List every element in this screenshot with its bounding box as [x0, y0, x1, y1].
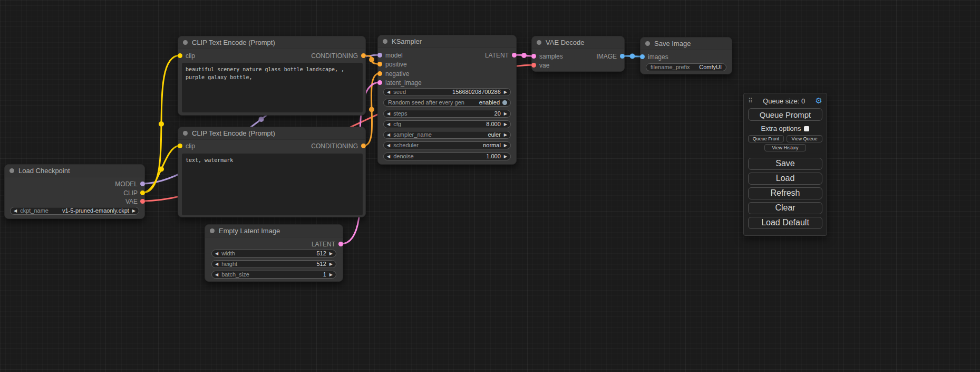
node-ksampler[interactable]: KSampler model positive negative latent_…: [377, 35, 517, 165]
increment-arrow-icon[interactable]: ▶: [504, 121, 507, 128]
port-latent-output[interactable]: [338, 242, 343, 246]
increment-arrow-icon[interactable]: ▶: [504, 142, 507, 149]
queue-front-button[interactable]: Queue Front: [748, 135, 784, 142]
port-vae-input[interactable]: [531, 63, 536, 68]
widget-value: normal: [483, 142, 501, 149]
queue-prompt-button[interactable]: Queue Prompt: [748, 108, 822, 121]
increment-arrow-icon[interactable]: ▶: [329, 250, 333, 257]
port-latent-image-input[interactable]: [377, 80, 382, 85]
port-vae-output[interactable]: [140, 199, 145, 204]
ckpt-name-widget[interactable]: ◀ ckpt_name v1-5-pruned-emaonly.ckpt ▶: [10, 207, 139, 215]
input-label-latent-image: latent_image: [385, 80, 422, 86]
port-clip-output[interactable]: [140, 190, 145, 195]
decrement-arrow-icon[interactable]: ◀: [215, 250, 218, 257]
wire-latent-samples: [515, 55, 533, 56]
decrement-arrow-icon[interactable]: ◀: [387, 110, 390, 117]
increment-arrow-icon[interactable]: ▶: [329, 261, 333, 268]
node-title-bar[interactable]: Empty Latent Image: [205, 225, 343, 237]
port-conditioning-output[interactable]: [361, 144, 366, 148]
increment-arrow-icon[interactable]: ▶: [504, 89, 507, 96]
node-title-bar[interactable]: Load Checkpoint: [5, 165, 144, 177]
node-empty-latent-image[interactable]: Empty Latent Image LATENT ◀ width 512 ▶ …: [205, 224, 343, 282]
batch-size-widget[interactable]: ◀ batch_size 1 ▶: [211, 271, 336, 279]
clear-button[interactable]: Clear: [748, 202, 822, 214]
port-model-input[interactable]: [377, 53, 382, 58]
node-clip-text-encode-negative[interactable]: CLIP Text Encode (Prompt) clip CONDITION…: [178, 127, 366, 217]
extra-options-row: Extra options: [748, 124, 822, 133]
sampler-name-widget[interactable]: ◀ sampler_name euler ▶: [383, 131, 511, 139]
height-widget[interactable]: ◀ height 512 ▶: [211, 260, 336, 268]
node-title-bar[interactable]: CLIP Text Encode (Prompt): [178, 127, 365, 140]
seed-widget[interactable]: ◀ seed 156680208700286 ▶: [383, 88, 511, 96]
drag-handle-icon[interactable]: ⠿: [748, 97, 753, 104]
decrement-arrow-icon[interactable]: ◀: [215, 271, 218, 278]
port-model-output[interactable]: [140, 182, 145, 186]
increment-arrow-icon[interactable]: ▶: [504, 131, 507, 138]
save-button[interactable]: Save: [748, 158, 822, 170]
increment-arrow-icon[interactable]: ▶: [132, 207, 135, 214]
extra-options-checkbox[interactable]: [804, 126, 809, 131]
toggle-indicator-icon[interactable]: [502, 100, 507, 105]
negative-prompt-textarea[interactable]: text, watermark: [182, 154, 363, 215]
port-clip-input[interactable]: [178, 53, 182, 58]
load-button[interactable]: Load: [748, 173, 822, 185]
increment-arrow-icon[interactable]: ▶: [329, 271, 333, 278]
port-negative-input[interactable]: [377, 71, 382, 76]
decrement-arrow-icon[interactable]: ◀: [215, 261, 218, 268]
random-seed-toggle-widget[interactable]: Random seed after every gen enabled: [383, 99, 511, 107]
widget-label: filename_prefix: [651, 64, 690, 71]
port-images-input[interactable]: [640, 54, 645, 59]
output-label-latent: LATENT: [312, 241, 335, 247]
load-default-button[interactable]: Load Default: [748, 217, 822, 229]
output-label-vae: VAE: [125, 198, 138, 205]
widget-label: seed: [393, 89, 406, 96]
input-label-negative: negative: [385, 71, 409, 77]
width-widget[interactable]: ◀ width 512 ▶: [211, 250, 336, 257]
node-title-bar[interactable]: VAE Decode: [532, 36, 624, 49]
node-status-dot-icon: [183, 131, 188, 136]
port-clip-input[interactable]: [178, 144, 182, 148]
extra-options-label: Extra options: [761, 125, 801, 132]
widget-value: 8.000: [486, 121, 501, 128]
filename-prefix-widget[interactable]: filename_prefix ComfyUI: [646, 63, 726, 71]
view-queue-button[interactable]: View Queue: [787, 135, 822, 142]
port-samples-input[interactable]: [531, 54, 536, 59]
scheduler-widget[interactable]: ◀ scheduler normal ▶: [383, 141, 511, 149]
widget-label: steps: [393, 110, 407, 117]
increment-arrow-icon[interactable]: ▶: [504, 110, 507, 117]
cfg-widget[interactable]: ◀ cfg 8.000 ▶: [383, 120, 511, 128]
node-load-checkpoint[interactable]: Load Checkpoint MODEL CLIP VAE ◀ ckpt_na…: [4, 164, 145, 219]
denoise-widget[interactable]: ◀ denoise 1.000 ▶: [383, 152, 511, 160]
refresh-button[interactable]: Refresh: [748, 187, 822, 199]
steps-widget[interactable]: ◀ steps 20 ▶: [383, 110, 511, 118]
wire-midpoint-dot: [369, 107, 374, 112]
decrement-arrow-icon[interactable]: ◀: [387, 142, 390, 149]
widget-value: v1-5-pruned-emaonly.ckpt: [62, 207, 129, 214]
port-image-output[interactable]: [620, 54, 625, 59]
increment-arrow-icon[interactable]: ▶: [504, 153, 507, 160]
node-title-bar[interactable]: CLIP Text Encode (Prompt): [178, 36, 365, 49]
widget-value: ComfyUI: [699, 64, 722, 71]
decrement-arrow-icon[interactable]: ◀: [387, 121, 390, 128]
node-status-dot-icon: [210, 228, 215, 233]
decrement-arrow-icon[interactable]: ◀: [14, 207, 17, 214]
node-title-bar[interactable]: KSampler: [378, 35, 516, 48]
output-label-clip: CLIP: [123, 190, 138, 196]
node-save-image[interactable]: Save Image images filename_prefix ComfyU…: [640, 37, 732, 74]
node-vae-decode[interactable]: VAE Decode samples vae IMAGE: [531, 36, 625, 72]
comfyui-canvas[interactable]: { "colors": { "MODEL": "#B39DDB", "CLIP"…: [0, 0, 980, 372]
settings-gear-icon[interactable]: ⚙: [816, 96, 822, 106]
node-title-bar[interactable]: Save Image: [641, 37, 732, 50]
decrement-arrow-icon[interactable]: ◀: [387, 131, 390, 138]
view-history-button[interactable]: View History: [764, 144, 807, 151]
port-conditioning-output[interactable]: [361, 53, 366, 58]
port-positive-input[interactable]: [377, 62, 382, 66]
node-clip-text-encode-positive[interactable]: CLIP Text Encode (Prompt) clip CONDITION…: [178, 36, 366, 116]
port-latent-output[interactable]: [512, 53, 517, 58]
view-history-row: View History: [748, 144, 822, 151]
positive-prompt-textarea[interactable]: beautiful scenery nature glass bottle la…: [182, 63, 363, 112]
node-title: KSampler: [392, 37, 422, 45]
decrement-arrow-icon[interactable]: ◀: [387, 89, 390, 96]
decrement-arrow-icon[interactable]: ◀: [387, 153, 390, 160]
widget-value: 156680208700286: [452, 89, 501, 96]
